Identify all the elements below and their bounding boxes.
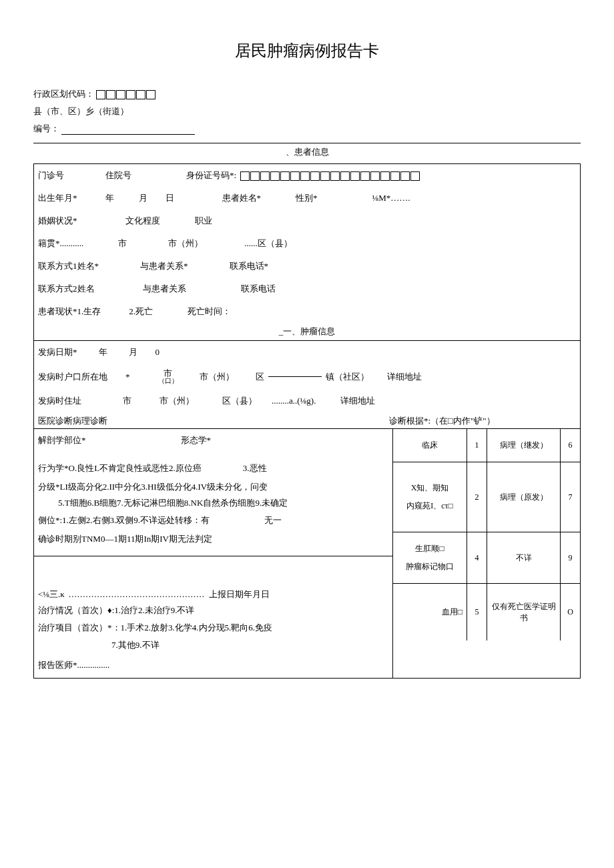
basis-r4c1[interactable]: 血用□ (393, 583, 467, 640)
page-title: 居民肿瘤病例报告卡 (33, 40, 581, 61)
side-none-label: 无一 (264, 514, 282, 526)
basis-r2c1[interactable]: X知、期知 内窥苑I、cτ□ (393, 462, 467, 532)
day-label: 日 (166, 192, 174, 204)
contact2-phone-label: 联系电话 (241, 283, 276, 295)
hukou-town: 镇（社区） (326, 371, 369, 383)
side-label: 侧位*:1.左侧2.右侧3.双侧9.不详远处转移：有 (38, 514, 210, 526)
gender-label: 性别* (296, 192, 318, 204)
grade-label: 分级*LI级高分化2.II中分化3.HI级低分化4.IV级未分化，问变 (38, 481, 268, 493)
inpatient-label: 住院号 (105, 169, 131, 181)
status-label: 患者现状*1.生存 (38, 306, 101, 318)
city-label: 市 (118, 238, 127, 250)
hukou-detail: 详细地址 (387, 371, 422, 383)
occupation-label: 职业 (195, 215, 212, 227)
district-label: ......区（县） (244, 238, 292, 250)
basis-r2c2: 2 (467, 462, 487, 532)
month-label: 月 (139, 192, 147, 204)
hukou-small: （口） (158, 378, 178, 384)
basis-r1c3[interactable]: 病理（继发） (487, 429, 560, 462)
edu-label: 文化程度 (125, 215, 160, 227)
hukou-star: * (125, 372, 130, 382)
hukou-pref: 市（州） (200, 371, 234, 383)
hukou-label: 发病时户口所在地 (38, 371, 107, 383)
serial-row: 编号： (33, 123, 581, 135)
onset-month: 月 (129, 346, 137, 358)
contact1-rel-label: 与患者关系* (140, 260, 188, 272)
section1-header: 、患者信息 (33, 143, 581, 158)
basis-r4c3[interactable]: 仅有死亡医学证明书 (487, 583, 560, 640)
basis-r2c4: 7 (560, 462, 580, 532)
year-label: 年 (105, 192, 114, 204)
onset-day: 0 (156, 347, 160, 358)
id-label: 身份证号码*: (186, 169, 236, 181)
marital-label: 婚姻状况* (38, 215, 77, 227)
name-label: 患者姓名* (222, 192, 262, 204)
contact1-name-label: 联系方式1姓名* (38, 260, 99, 272)
behavior-label: 行为学*O.良性L不肯定良性或恶性2.原位癌 (38, 462, 202, 474)
basis-r2c1a: X知、期知 (411, 482, 449, 494)
basis-r1c4: 6 (560, 429, 580, 462)
report-date-label: 上报日期年月日 (209, 588, 270, 600)
basis-r3c1a: 生肛顺□ (415, 543, 444, 554)
basis-r1c2: 1 (467, 429, 487, 462)
ethnic-label: ⅛M*……. (372, 193, 410, 203)
bottom-pre: <⅛三.κ (38, 588, 65, 600)
basis-r1c1[interactable]: 临床 (393, 429, 467, 462)
death-time-label: 死亡时间： (188, 306, 231, 318)
hukou-dist: 区 (256, 371, 264, 383)
treat-status-label: 治疗情况（首次）♦:1.治疗2.未治疗9.不详 (38, 604, 195, 616)
contact1-phone-label: 联系电话* (230, 260, 269, 272)
serial-label: 编号： (33, 123, 59, 133)
onset-year: 年 (99, 346, 107, 358)
admin-code-row: 行政区划代码： (33, 88, 581, 100)
basis-r4c2: 5 (467, 583, 487, 640)
basis-r3c4: 9 (560, 532, 580, 583)
treat-items-label: 治疗项目（首次）*：1.手术2.放射3.化学4.内分现5.靶向6.免疫 (38, 622, 272, 634)
admin-code-boxes[interactable] (96, 89, 156, 99)
stage-label: 确诊时期别TNM0—1期11期In期IV期无法判定 (38, 533, 212, 545)
basis-r3c3[interactable]: 不详 (487, 532, 560, 583)
grade2-label: 5.T细胞6.B细胞7.无标记淋巴细胞8.NK自然杀伤细胞9.未确定 (58, 497, 288, 509)
anatomy-label: 解剖学部位* (38, 434, 86, 446)
basis-r2c1b: 内窥苑I、cτ□ (406, 500, 452, 512)
prefecture-label: 市（州） (168, 238, 203, 250)
diag-header: 医院诊断病理诊断 (38, 415, 389, 427)
native-label: 籍贯*........... (38, 238, 83, 250)
addr-city: 市 (123, 395, 131, 407)
county-row: 县（市、区）乡（街道） (33, 105, 581, 117)
basis-r3c1[interactable]: 生肛顺□ 肿瘤标记物口 (393, 532, 467, 583)
contact2-rel-label: 与患者关系 (143, 283, 186, 295)
outpatient-label: 门诊号 (38, 169, 64, 181)
basis-r3c1b: 肿瘤标记物口 (406, 561, 454, 572)
id-boxes[interactable] (240, 170, 420, 181)
section1: 门诊号 住院号 身份证号码*: 出生年月* 年 月 日 患者姓名* 性别* ⅛M… (33, 163, 581, 679)
onset-label: 发病日期* (38, 346, 77, 358)
treat-items2-label: 7.其他9.不详 (111, 639, 160, 651)
addr-pref: 市（州） (160, 395, 194, 407)
dob-label: 出生年月* (38, 192, 77, 204)
behavior3-label: 3.恶性 (243, 462, 267, 474)
reporter-label: 报告医师*............... (38, 659, 109, 671)
addr-dist: 区（县） (222, 395, 257, 407)
status2-label: 2.死亡 (129, 306, 153, 318)
basis-grid: 临床 1 病理（继发） 6 X知、期知 内窥苑I、cτ□ 2 病理（原发） 7 … (393, 429, 580, 640)
bottom-dots: ........................................… (69, 589, 205, 600)
morphology-label: 形态学* (181, 434, 212, 446)
basis-header: 诊断根据*:（在□内作"铲"） (389, 415, 576, 427)
serial-input[interactable] (61, 124, 195, 135)
admin-code-label: 行政区划代码： (33, 89, 94, 99)
basis-r3c2: 4 (467, 532, 487, 583)
diag-table: 解剖学部位* 形态学* 行为学*O.良性L不肯定良性或恶性2.原位癌 3.恶性 … (34, 428, 580, 678)
basis-r2c3[interactable]: 病理（原发） (487, 462, 560, 532)
addr-mid: ........a..(⅛g). (272, 396, 316, 406)
basis-r4c4: O (560, 583, 580, 640)
contact2-name-label: 联系方式2姓名 (38, 283, 95, 295)
addr-label: 发病时住址 (38, 395, 81, 407)
addr-detail: 详细地址 (340, 395, 375, 407)
section2-header: _一、肿瘤信息 (34, 323, 580, 341)
